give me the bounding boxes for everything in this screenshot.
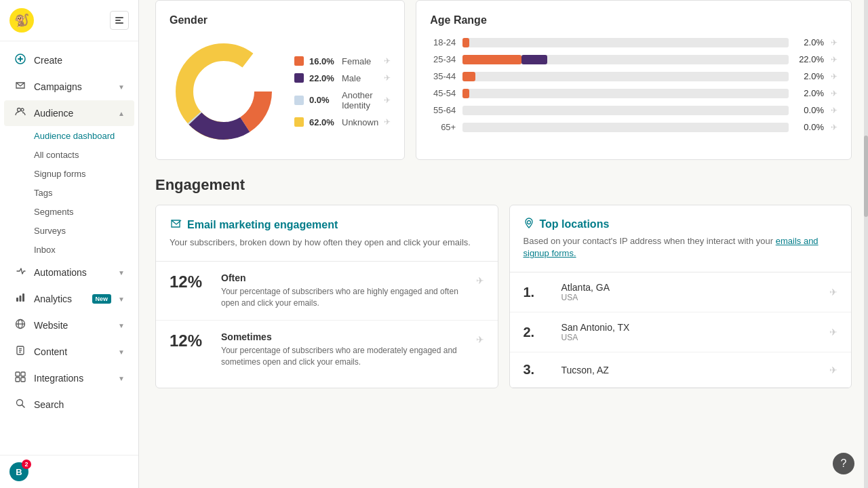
unknown-label: Unknown bbox=[342, 117, 378, 127]
website-icon bbox=[14, 319, 27, 332]
location-action-icon-2[interactable]: ✈ bbox=[829, 327, 837, 338]
age-bar-bg-65plus bbox=[462, 123, 789, 132]
sometimes-info: Sometimes Your percentage of subscribers… bbox=[221, 331, 465, 368]
help-button[interactable]: ? bbox=[833, 453, 854, 474]
sidebar-item-search[interactable]: Search bbox=[4, 392, 134, 418]
sidebar-item-audience-dashboard[interactable]: Audience dashboard bbox=[34, 127, 134, 145]
automations-icon bbox=[14, 266, 27, 279]
create-icon bbox=[14, 54, 27, 67]
age-row-65plus: 65+ 0.0% ✈ bbox=[430, 122, 837, 132]
sidebar-item-inbox[interactable]: Inbox bbox=[34, 241, 134, 259]
sidebar-item-tags[interactable]: Tags bbox=[34, 184, 134, 202]
gender-legend: 16.0% Female ✈ 22.0% Male ✈ 0.0% Another… bbox=[294, 56, 391, 127]
engagement-row: Email marketing engagement Your subscrib… bbox=[155, 205, 852, 388]
age-pct-65plus: 0.0% bbox=[795, 122, 824, 132]
svg-rect-10 bbox=[22, 293, 24, 302]
user-avatar[interactable]: B 2 bbox=[9, 462, 28, 481]
sidebar-item-segments[interactable]: Segments bbox=[34, 203, 134, 221]
unknown-action-icon[interactable]: ✈ bbox=[384, 117, 391, 127]
engagement-section: Engagement Email marketing engagement bbox=[155, 176, 852, 388]
sidebar-item-automations[interactable]: Automations ▼ bbox=[4, 260, 134, 285]
gender-title: Gender bbox=[170, 14, 391, 26]
location-item-2: 2. San Antonio, TX USA ✈ bbox=[510, 312, 852, 352]
age-action-icon-25-34[interactable]: ✈ bbox=[831, 55, 837, 64]
scrollbar-track bbox=[864, 0, 868, 488]
sidebar-item-website[interactable]: Website ▼ bbox=[4, 312, 134, 338]
locations-header-title: Top locations bbox=[524, 218, 838, 231]
often-title: Often bbox=[221, 272, 465, 283]
sidebar-header: 🐒 bbox=[0, 0, 138, 41]
location-pin-icon bbox=[524, 218, 534, 231]
age-action-icon-65plus[interactable]: ✈ bbox=[831, 123, 837, 132]
notification-badge: 2 bbox=[22, 460, 31, 469]
sidebar-item-signup-forms[interactable]: Signup forms bbox=[34, 165, 134, 183]
legend-item-male: 22.0% Male ✈ bbox=[294, 73, 391, 83]
sometimes-title: Sometimes bbox=[221, 331, 465, 342]
often-action-icon[interactable]: ✈ bbox=[476, 275, 484, 286]
campaigns-icon bbox=[14, 80, 27, 94]
age-label-55-64: 55-64 bbox=[430, 105, 456, 115]
sidebar-item-integrations[interactable]: Integrations ▼ bbox=[4, 365, 134, 391]
female-swatch bbox=[294, 56, 304, 66]
svg-rect-19 bbox=[21, 372, 25, 376]
age-row-55-64: 55-64 0.0% ✈ bbox=[430, 105, 837, 115]
top-locations-link[interactable]: Top locations bbox=[540, 218, 610, 230]
sidebar-item-audience[interactable]: Audience ▲ bbox=[4, 100, 134, 126]
sometimes-action-icon[interactable]: ✈ bbox=[476, 334, 484, 345]
content-chevron-icon: ▼ bbox=[118, 348, 125, 356]
email-engagement-link[interactable]: Email marketing engagement bbox=[187, 219, 338, 231]
sidebar-nav: Create Campaigns ▼ A bbox=[0, 41, 138, 455]
sidebar-item-content[interactable]: Content ▼ bbox=[4, 339, 134, 365]
sidebar-item-surveys[interactable]: Surveys bbox=[34, 222, 134, 240]
location-info-2: San Antonio, TX USA bbox=[561, 322, 819, 342]
sidebar-item-create[interactable]: Create bbox=[4, 47, 134, 73]
location-rank-1: 1. bbox=[524, 285, 551, 300]
logo-icon: 🐒 bbox=[14, 13, 29, 28]
location-item-1: 1. Atlanta, GA USA ✈ bbox=[510, 272, 852, 312]
male-action-icon[interactable]: ✈ bbox=[384, 73, 391, 83]
sidebar-item-analytics-label: Analytics bbox=[34, 293, 85, 304]
sidebar-item-campaigns[interactable]: Campaigns ▼ bbox=[4, 74, 134, 100]
age-action-icon-35-44[interactable]: ✈ bbox=[831, 72, 837, 81]
sometimes-desc: Your percentage of subscribers who are m… bbox=[221, 345, 465, 368]
audience-sub-nav: Audience dashboard All contacts Signup f… bbox=[0, 127, 138, 259]
sidebar-item-all-contacts[interactable]: All contacts bbox=[34, 146, 134, 164]
another-swatch bbox=[294, 96, 304, 105]
audience-chevron-icon: ▲ bbox=[118, 110, 125, 117]
sidebar-item-website-label: Website bbox=[34, 320, 111, 331]
male-pct: 22.0% bbox=[309, 73, 336, 83]
search-icon bbox=[14, 398, 27, 411]
age-action-icon-45-54[interactable]: ✈ bbox=[831, 89, 837, 98]
main-content: Gender bbox=[139, 0, 868, 488]
age-action-icon-55-64[interactable]: ✈ bbox=[831, 106, 837, 115]
locations-desc: Based on your contact's IP address when … bbox=[524, 235, 838, 260]
another-action-icon[interactable]: ✈ bbox=[384, 96, 391, 105]
location-country-1: USA bbox=[561, 293, 819, 302]
age-label-18-24: 18-24 bbox=[430, 37, 456, 47]
sidebar-item-campaigns-label: Campaigns bbox=[34, 81, 111, 92]
age-bar-fill-orange-25-34 bbox=[462, 55, 521, 64]
location-action-icon-1[interactable]: ✈ bbox=[829, 287, 837, 298]
integrations-chevron-icon: ▼ bbox=[118, 375, 125, 382]
svg-line-23 bbox=[22, 405, 25, 408]
sidebar-item-integrations-label: Integrations bbox=[34, 373, 111, 384]
age-pct-45-54: 2.0% bbox=[795, 88, 824, 98]
female-action-icon[interactable]: ✈ bbox=[384, 56, 391, 66]
age-pct-35-44: 2.0% bbox=[795, 71, 824, 81]
svg-point-28 bbox=[527, 221, 530, 224]
svg-rect-18 bbox=[16, 372, 20, 376]
age-action-icon-18-24[interactable]: ✈ bbox=[831, 38, 837, 47]
campaigns-chevron-icon: ▼ bbox=[118, 83, 125, 91]
age-pct-55-64: 0.0% bbox=[795, 105, 824, 115]
sidebar-item-analytics[interactable]: Analytics New ▼ bbox=[4, 286, 134, 312]
analytics-icon bbox=[14, 292, 27, 306]
legend-item-female: 16.0% Female ✈ bbox=[294, 56, 391, 66]
location-action-icon-3[interactable]: ✈ bbox=[829, 365, 837, 375]
male-swatch bbox=[294, 73, 304, 83]
donut-section: 16.0% Female ✈ 22.0% Male ✈ 0.0% Another… bbox=[170, 37, 391, 146]
svg-rect-20 bbox=[16, 378, 20, 382]
another-label: Another Identity bbox=[342, 90, 378, 110]
scrollbar-thumb[interactable] bbox=[864, 136, 868, 217]
sidebar-toggle-button[interactable] bbox=[110, 11, 129, 30]
unknown-pct: 62.0% bbox=[309, 117, 336, 127]
